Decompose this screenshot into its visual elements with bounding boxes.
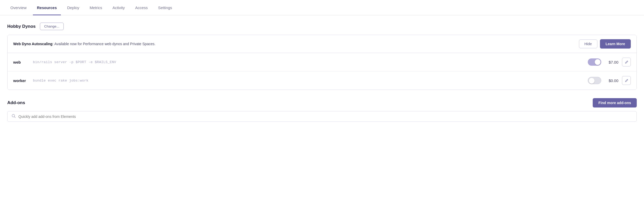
svg-line-1 [15, 117, 16, 118]
change-button[interactable]: Change... [40, 23, 64, 30]
tab-activity[interactable]: Activity [108, 0, 129, 15]
autoscale-banner: Web Dyno Autoscaling: Available now for … [8, 35, 636, 53]
tab-resources[interactable]: Resources [33, 0, 61, 15]
dyno-command-web: bin/rails server -p $PORT -e $RAILS_ENV [33, 60, 116, 64]
dynos-card: Web Dyno Autoscaling: Available now for … [7, 35, 637, 90]
dyno-command-worker: bundle exec rake jobs:work [33, 79, 88, 83]
toggle-knob-web [595, 59, 600, 65]
tab-metrics[interactable]: Metrics [85, 0, 106, 15]
nav-tabs: Overview Resources Deploy Metrics Activi… [0, 0, 644, 15]
pencil-icon-worker [625, 79, 628, 83]
addons-title: Add-ons [7, 100, 25, 105]
addons-search-input[interactable] [18, 115, 632, 119]
tab-deploy[interactable]: Deploy [63, 0, 83, 15]
tab-access[interactable]: Access [131, 0, 152, 15]
autoscale-text: Web Dyno Autoscaling: Available now for … [13, 42, 155, 46]
pencil-icon-web [625, 60, 628, 64]
dyno-toggle-worker[interactable] [588, 77, 601, 84]
dyno-left-worker: worker bundle exec rake jobs:work [13, 78, 88, 83]
addons-header: Add-ons Find more add-ons [7, 98, 637, 107]
tab-settings[interactable]: Settings [154, 0, 176, 15]
dyno-row-worker: worker bundle exec rake jobs:work $0.00 [8, 71, 636, 90]
dyno-row-web: web bin/rails server -p $PORT -e $RAILS_… [8, 53, 636, 71]
dyno-right-worker: $0.00 [588, 76, 631, 85]
dyno-price-worker: $0.00 [605, 78, 618, 83]
dyno-price-web: $7.00 [605, 60, 618, 64]
toggle-knob-worker [589, 78, 595, 84]
autoscale-text-bold: Web Dyno Autoscaling [13, 42, 53, 46]
hide-button[interactable]: Hide [579, 39, 597, 48]
dyno-toggle-web[interactable] [588, 58, 601, 66]
hobby-dynos-header: Hobby Dynos Change... [7, 23, 637, 30]
dyno-name-worker: worker [13, 78, 29, 83]
main-content: Hobby Dynos Change... Web Dyno Autoscali… [0, 15, 644, 129]
search-icon [12, 114, 16, 119]
dyno-edit-web[interactable] [622, 58, 631, 66]
dyno-edit-worker[interactable] [622, 76, 631, 85]
dyno-name-web: web [13, 60, 29, 64]
addons-search-box[interactable] [7, 111, 637, 122]
dyno-right-web: $7.00 [588, 58, 631, 66]
autoscale-text-rest: : Available now for Performance web dyno… [53, 42, 155, 46]
learn-more-button[interactable]: Learn More [600, 39, 631, 49]
hobby-dynos-title: Hobby Dynos [7, 24, 36, 29]
tab-overview[interactable]: Overview [6, 0, 31, 15]
autoscale-actions: Hide Learn More [579, 39, 631, 49]
find-addons-button[interactable]: Find more add-ons [593, 98, 637, 107]
dyno-left-web: web bin/rails server -p $PORT -e $RAILS_… [13, 60, 116, 64]
